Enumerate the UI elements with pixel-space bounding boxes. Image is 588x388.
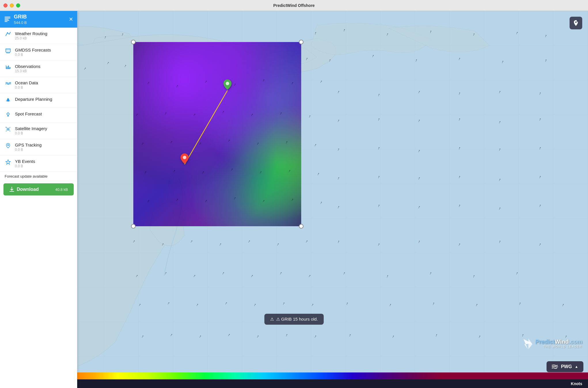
svg-text:↓: ↓ <box>458 146 461 151</box>
sidebar-item-departure-planning[interactable]: Departure Planning <box>0 93 77 108</box>
svg-text:↓: ↓ <box>278 271 282 276</box>
departure-planning-content: Departure Planning <box>15 97 73 102</box>
weather-routing-label: Weather Routing <box>15 31 73 36</box>
sidebar-size: 544.0 B <box>14 20 27 25</box>
svg-text:↓: ↓ <box>314 31 317 36</box>
observations-content: Observations 15.3 kB <box>15 64 73 73</box>
departure-planning-icon <box>5 97 12 104</box>
forecast-notice: Forecast update available <box>0 172 77 181</box>
sidebar-item-weather-routing[interactable]: Weather Routing 25.0 kB <box>0 28 77 44</box>
ocean-data-content: Ocean Data 0.0 B <box>15 80 73 90</box>
yb-events-icon <box>5 159 12 166</box>
pwg-chevron: ▲ <box>575 365 578 369</box>
location-button[interactable]: ≡ <box>570 17 582 29</box>
grib-corner-tl[interactable] <box>131 40 136 44</box>
svg-rect-157 <box>10 67 10 69</box>
sidebar-close-button[interactable]: ✕ <box>69 17 73 22</box>
svg-text:↓: ↓ <box>337 240 340 245</box>
svg-text:↓: ↓ <box>391 334 395 339</box>
svg-text:↓: ↓ <box>544 58 547 63</box>
gmdss-size: 0.0 B <box>15 53 73 57</box>
map-pin-green[interactable] <box>223 79 232 90</box>
svg-point-139 <box>183 156 186 159</box>
download-icon <box>9 187 14 192</box>
svg-text:↓: ↓ <box>429 30 432 35</box>
svg-text:↓: ↓ <box>255 334 259 339</box>
svg-text:↓: ↓ <box>477 334 481 339</box>
grib-overlay <box>133 42 301 226</box>
svg-text:↓: ↓ <box>319 80 323 85</box>
svg-text:↓: ↓ <box>417 176 421 181</box>
yb-events-label: YB Events <box>15 159 73 164</box>
map-area[interactable]: ↓ ↓ ↓ ↓ ↓ ↓ ↓ ↓ ↓ ↓ ↓ ↓ ↓ ↓ ↓ ↓ ↓ ↓ ↓ ↓ … <box>0 11 588 388</box>
ocean-data-size: 0.0 B <box>15 85 73 90</box>
svg-text:↓: ↓ <box>345 302 349 307</box>
svg-text:↓: ↓ <box>319 201 323 206</box>
svg-rect-146 <box>5 21 7 22</box>
satellite-icon <box>5 126 12 134</box>
sidebar-item-spot-forecast[interactable]: Spot Forecast <box>0 108 77 123</box>
svg-text:↓: ↓ <box>310 303 314 308</box>
svg-text:↓: ↓ <box>198 334 202 339</box>
sidebar-item-satellite[interactable]: Satellite Imagery 0.0 B <box>0 123 77 139</box>
svg-text:↓: ↓ <box>475 303 478 308</box>
svg-text:↓: ↓ <box>417 240 421 245</box>
svg-text:↓: ↓ <box>498 206 501 211</box>
routing-icon <box>5 31 12 39</box>
svg-text:↓: ↓ <box>385 32 389 37</box>
svg-text:↓: ↓ <box>498 90 501 95</box>
warning-icon: ⚠ <box>270 317 274 322</box>
svg-text:↓: ↓ <box>121 33 124 37</box>
sidebar-title: GRIB <box>14 14 27 20</box>
svg-text:↓: ↓ <box>371 54 375 59</box>
svg-text:↓: ↓ <box>304 239 309 244</box>
minimize-traffic-light[interactable] <box>10 3 14 7</box>
svg-text:↓: ↓ <box>544 34 547 39</box>
sidebar-item-gps-tracking[interactable]: GPS Tracking 0.0 B <box>0 139 77 155</box>
svg-text:↓: ↓ <box>515 31 519 36</box>
sidebar-item-gmdss[interactable]: GMDSS Forecasts 0.0 B <box>0 44 77 60</box>
svg-text:↓: ↓ <box>432 302 435 307</box>
svg-rect-144 <box>5 19 9 20</box>
svg-text:↓: ↓ <box>192 274 196 279</box>
gps-label: GPS Tracking <box>15 142 73 147</box>
svg-rect-143 <box>5 18 10 18</box>
download-button[interactable]: Download 40.8 kB <box>3 183 74 195</box>
svg-text:↓: ↓ <box>342 271 346 276</box>
svg-text:↓: ↓ <box>82 66 87 71</box>
gmdss-label: GMDSS Forecasts <box>15 47 73 52</box>
maximize-traffic-light[interactable] <box>16 3 20 7</box>
grib-corner-tr[interactable] <box>299 40 304 44</box>
close-traffic-light[interactable] <box>3 3 7 7</box>
grib-corner-bl[interactable] <box>131 224 136 229</box>
sidebar-item-observations[interactable]: Observations 15.3 kB <box>0 60 77 77</box>
svg-text:≡: ≡ <box>577 20 578 22</box>
svg-text:↓: ↓ <box>538 92 542 96</box>
svg-text:↓: ↓ <box>336 205 340 210</box>
svg-rect-156 <box>8 66 9 69</box>
wind-icon <box>552 364 558 369</box>
traffic-lights <box>3 3 20 7</box>
svg-text:↓: ↓ <box>307 274 312 279</box>
svg-rect-155 <box>7 66 7 69</box>
svg-rect-148 <box>6 49 10 52</box>
download-label: Download <box>17 187 39 192</box>
pwg-button[interactable]: PWG ▲ <box>547 361 583 372</box>
svg-point-138 <box>226 82 229 85</box>
svg-text:↓: ↓ <box>414 58 418 63</box>
svg-text:↓: ↓ <box>348 333 352 338</box>
svg-text:↓: ↓ <box>247 239 251 244</box>
yb-events-content: YB Events 0.0 B <box>15 159 73 168</box>
svg-text:↓: ↓ <box>342 28 346 33</box>
color-bar <box>0 372 588 379</box>
sidebar-item-yb-events[interactable]: YB Events 0.0 B <box>0 155 77 172</box>
sidebar-item-ocean-data[interactable]: Ocean Data 0.0 B <box>0 77 77 93</box>
spot-forecast-content: Spot Forecast <box>15 111 73 117</box>
map-pin-red[interactable] <box>181 153 189 164</box>
svg-text:↓: ↓ <box>498 120 501 125</box>
svg-text:↓: ↓ <box>388 303 392 308</box>
download-size: 40.8 kB <box>55 187 68 192</box>
grib-corner-br[interactable] <box>299 224 304 229</box>
sidebar-header: GRIB 544.0 B ✕ <box>0 11 77 28</box>
svg-text:↓: ↓ <box>106 61 110 66</box>
